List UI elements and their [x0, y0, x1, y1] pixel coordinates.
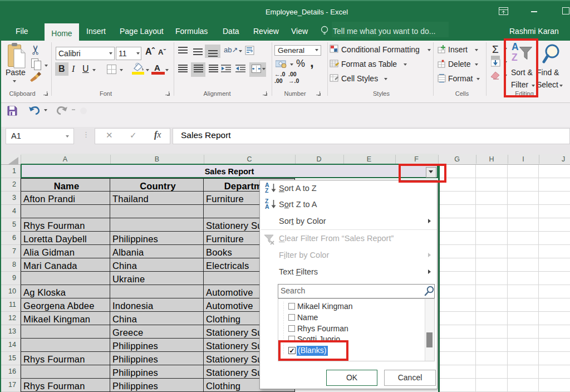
svg-text:≠: ≠ [335, 47, 337, 53]
